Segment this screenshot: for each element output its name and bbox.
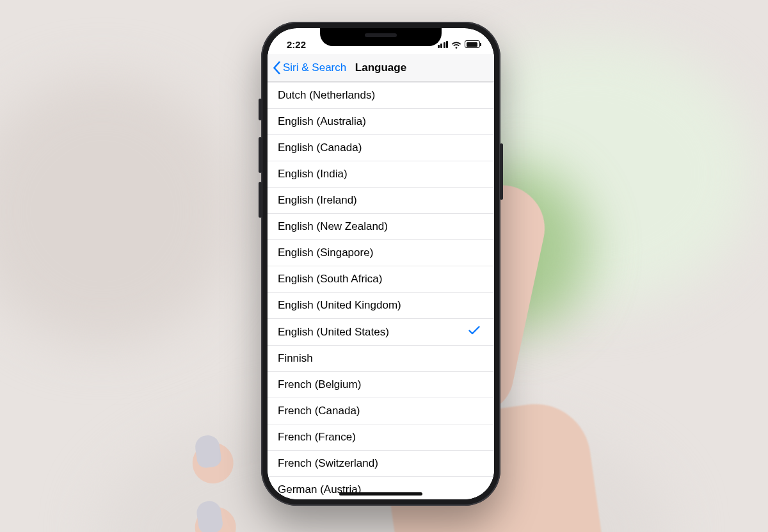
- language-row[interactable]: English (United States): [268, 319, 494, 346]
- back-label: Siri & Search: [283, 61, 346, 74]
- battery-icon: [465, 40, 480, 48]
- language-label: English (United Kingdom): [278, 299, 401, 312]
- checkmark-icon: [468, 325, 480, 339]
- language-row[interactable]: English (New Zealand): [268, 214, 494, 240]
- language-label: French (Belgium): [278, 378, 361, 391]
- notch: [320, 28, 442, 46]
- language-row[interactable]: English (South Africa): [268, 266, 494, 293]
- language-label: English (Australia): [278, 115, 366, 128]
- language-label: French (Canada): [278, 405, 360, 417]
- language-row[interactable]: German (Austria): [268, 477, 494, 499]
- language-row[interactable]: French (Canada): [268, 398, 494, 424]
- language-row[interactable]: English (Canada): [268, 135, 494, 161]
- language-label: English (South Africa): [278, 273, 382, 286]
- page-title: Language: [355, 61, 406, 74]
- language-row[interactable]: English (United Kingdom): [268, 293, 494, 319]
- language-row[interactable]: English (Australia): [268, 109, 494, 135]
- back-button[interactable]: Siri & Search: [273, 61, 346, 74]
- language-label: English (Singapore): [278, 246, 373, 259]
- status-time: 2:22: [287, 39, 306, 50]
- wifi-icon: [451, 40, 461, 48]
- language-label: English (United States): [278, 326, 389, 339]
- language-row[interactable]: French (France): [268, 424, 494, 451]
- language-row[interactable]: Dutch (Netherlands): [268, 82, 494, 109]
- language-label: Dutch (Netherlands): [278, 89, 375, 102]
- language-row[interactable]: French (Belgium): [268, 372, 494, 398]
- phone-screen: 2:22 Siri & Search Language Dutch (Nethe…: [268, 28, 494, 499]
- language-label: English (Canada): [278, 141, 362, 154]
- language-row[interactable]: English (India): [268, 161, 494, 188]
- language-label: Finnish: [278, 352, 313, 365]
- chevron-left-icon: [273, 61, 281, 74]
- language-row[interactable]: French (Switzerland): [268, 451, 494, 477]
- language-list[interactable]: Dutch (Netherlands)English (Australia)En…: [268, 82, 494, 499]
- language-row[interactable]: English (Ireland): [268, 188, 494, 214]
- nav-bar: Siri & Search Language: [268, 54, 494, 82]
- language-label: English (New Zealand): [278, 220, 388, 233]
- language-label: French (Switzerland): [278, 457, 378, 470]
- language-label: English (Ireland): [278, 194, 357, 207]
- language-label: French (France): [278, 431, 356, 444]
- cellular-icon: [438, 41, 449, 48]
- phone-device: 2:22 Siri & Search Language Dutch (Nethe…: [261, 22, 500, 506]
- language-label: English (India): [278, 168, 348, 181]
- language-row[interactable]: English (Singapore): [268, 240, 494, 266]
- language-row[interactable]: Finnish: [268, 346, 494, 372]
- home-indicator[interactable]: [339, 492, 422, 496]
